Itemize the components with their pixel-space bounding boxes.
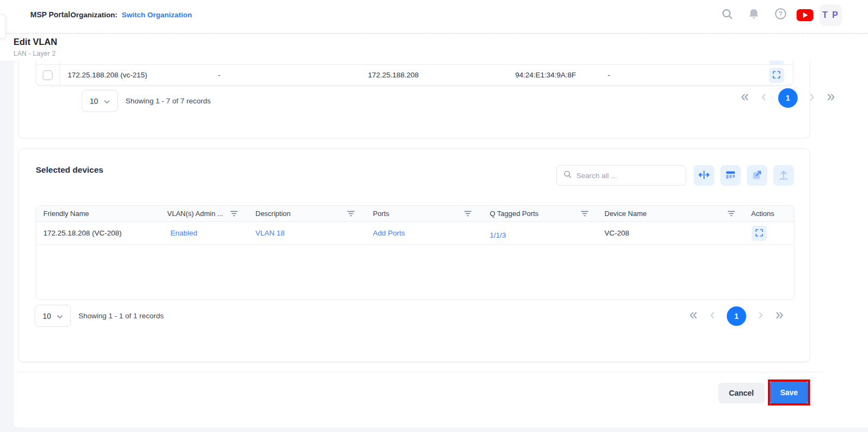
selected-devices-table: Friendly Name VLAN(s) Admin ... Descript…	[36, 205, 794, 300]
search-all-input[interactable]	[576, 172, 679, 180]
section-title: Selected devices	[36, 165, 103, 175]
expand-row-button[interactable]	[769, 68, 784, 83]
current-page-button[interactable]: 1	[727, 306, 746, 326]
column-divider	[60, 60, 60, 64]
double-chevron-right-icon	[827, 93, 836, 103]
clipped-action-button	[769, 60, 784, 64]
workspace: 172.25.188.208 (vc-215) - 172.25.188.208…	[0, 61, 868, 432]
pagination: 1	[689, 306, 784, 326]
vlan-admin-link[interactable]: Enabled	[170, 222, 198, 245]
chevron-down-icon	[57, 312, 63, 320]
expand-icon	[755, 228, 764, 239]
filter-icon[interactable]	[727, 210, 735, 217]
export-button[interactable]	[773, 165, 794, 186]
last-page-button[interactable]	[775, 311, 784, 321]
brand-title: MSP Portal	[30, 0, 70, 30]
filter-icon[interactable]	[347, 210, 355, 217]
avatar-initials: T P	[823, 10, 839, 20]
pagination: 1	[740, 88, 836, 108]
mac-address-cell: 94:24:E1:34:9A:8F	[515, 65, 576, 86]
search-all-box	[556, 165, 686, 186]
chevron-right-icon	[758, 311, 764, 321]
columns-settings-button[interactable]	[720, 165, 741, 186]
selected-devices-card: Selected devices	[18, 148, 810, 362]
avatar[interactable]: T P	[819, 4, 842, 26]
records-summary: Showing 1 - 7 of 7 records	[126, 90, 211, 112]
search-icon	[720, 7, 734, 23]
chevron-left-icon	[709, 311, 715, 321]
organization-link[interactable]: Switch Organization	[122, 11, 192, 19]
q-tagged-ports-link[interactable]: 1/1/3	[490, 224, 506, 247]
vlan-admin-cell: -	[218, 65, 221, 86]
chevron-right-icon	[810, 93, 815, 103]
prev-page-button[interactable]	[709, 311, 715, 321]
friendly-name-cell: 172.25.188.208 (vc-215)	[68, 65, 147, 86]
description-link[interactable]: VLAN 18	[255, 222, 285, 245]
column-header-q-tagged-ports: Q Tagged Ports	[490, 206, 538, 222]
youtube-icon[interactable]	[797, 9, 813, 21]
footer-divider	[18, 372, 824, 372]
column-header-friendly-name: Friendly Name	[43, 206, 89, 222]
column-width-icon	[698, 169, 710, 182]
column-header-vlan-admin: VLAN(s) Admin ...	[167, 206, 223, 222]
records-summary: Showing 1 - 1 of 1 records	[78, 305, 164, 327]
double-chevron-left-icon	[740, 93, 749, 103]
page-size-value: 10	[90, 97, 98, 106]
devices-table: 172.25.188.208 (vc-215) - 172.25.188.208…	[36, 60, 793, 86]
friendly-name-cell: 172.25.18.208 (VC-208)	[43, 222, 122, 245]
organization-wrap: Organization:Switch Organization	[70, 0, 192, 30]
ip-address-cell: 172.25.188.208	[368, 65, 419, 86]
top-header: MSP Portal Organization:Switch Organizat…	[0, 0, 868, 34]
column-header-actions: Actions	[751, 206, 774, 222]
table-row[interactable]: 172.25.188.208 (vc-215) - 172.25.188.208…	[36, 64, 793, 85]
double-chevron-left-icon	[689, 311, 698, 321]
filter-icon[interactable]	[230, 210, 238, 217]
column-header-device-name: Device Name	[604, 206, 647, 222]
column-header-description: Description	[255, 206, 291, 222]
open-fullscreen-button[interactable]	[747, 165, 767, 186]
sidebar-handle[interactable]	[0, 14, 6, 39]
title-block: Edit VLAN LAN - Layer 2	[0, 34, 868, 61]
svg-text:?: ?	[779, 10, 782, 18]
first-page-button[interactable]	[740, 93, 749, 103]
page-subtitle: LAN - Layer 2	[14, 50, 56, 57]
next-page-button[interactable]	[758, 311, 764, 321]
upload-arrow-icon	[778, 169, 790, 182]
organization-label: Organization:	[70, 11, 117, 19]
search-button[interactable]	[719, 0, 736, 30]
current-page-button[interactable]: 1	[778, 88, 798, 108]
column-divider	[60, 65, 60, 86]
help-button[interactable]: ?	[772, 0, 789, 30]
chevron-down-icon	[104, 97, 110, 106]
external-link-icon	[751, 169, 763, 182]
save-button[interactable]: Save	[770, 382, 808, 403]
page-size-value: 10	[43, 312, 51, 320]
add-ports-link[interactable]: Add Ports	[373, 222, 405, 245]
extra-cell: -	[608, 65, 610, 86]
next-page-button[interactable]	[810, 93, 815, 103]
cancel-button[interactable]: Cancel	[718, 383, 765, 403]
page-size-select[interactable]: 10	[82, 90, 118, 112]
double-chevron-right-icon	[775, 311, 784, 321]
columns-icon	[725, 169, 737, 182]
filter-icon[interactable]	[581, 210, 589, 217]
row-checkbox[interactable]	[43, 70, 52, 80]
notifications-button[interactable]	[745, 0, 762, 30]
device-name-cell: VC-208	[604, 222, 629, 245]
annotation-highlight-box: Save	[768, 379, 810, 405]
expand-icon	[772, 70, 781, 81]
table-row[interactable]: 172.25.18.208 (VC-208) Enabled VLAN 18 A…	[36, 222, 794, 245]
last-page-button[interactable]	[827, 93, 836, 103]
first-page-button[interactable]	[689, 311, 698, 321]
bell-icon	[748, 8, 760, 23]
search-icon	[563, 170, 572, 181]
expand-row-button[interactable]	[752, 226, 767, 241]
filter-icon[interactable]	[464, 210, 472, 217]
page-size-select[interactable]: 10	[35, 305, 71, 327]
column-header-ports: Ports	[373, 206, 389, 222]
screen: MSP Portal Organization:Switch Organizat…	[0, 0, 868, 432]
fit-columns-button[interactable]	[694, 165, 714, 186]
clipped-row-sliver	[36, 60, 793, 64]
prev-page-button[interactable]	[761, 93, 766, 103]
page-title: Edit VLAN	[14, 37, 57, 47]
